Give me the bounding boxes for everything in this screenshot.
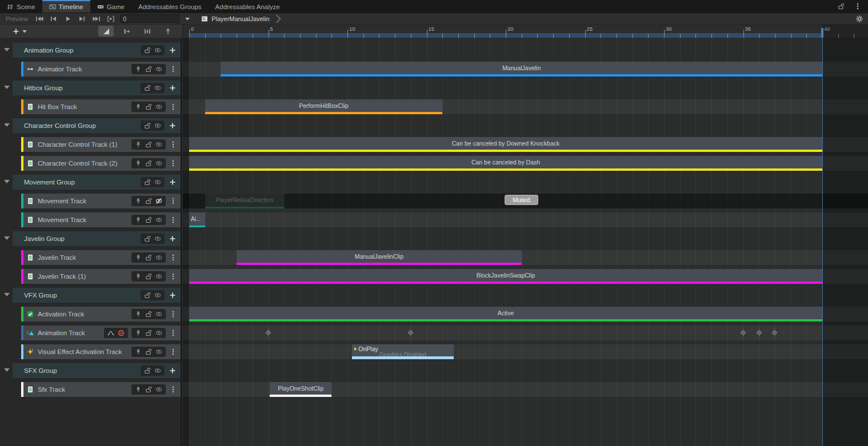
preview-toggle[interactable]: Preview	[6, 15, 28, 22]
tab-timeline[interactable]: Timeline	[42, 0, 90, 13]
unlock-icon[interactable]	[144, 122, 151, 129]
clip-can-be-canceled-by-dash[interactable]: Can be canceled by Dash	[189, 156, 822, 171]
lane-character-control-track-2[interactable]: Can be canceled by Dash	[183, 156, 868, 171]
group-row-hitbox-group[interactable]: Hitbox Group	[13, 81, 181, 95]
track-menu-button[interactable]	[170, 141, 177, 148]
unlock-icon[interactable]	[145, 103, 152, 110]
add-to-group-button[interactable]	[169, 367, 176, 374]
clip-playoneshotclip[interactable]: PlayOneShotClip	[270, 382, 331, 397]
fold-triangle-icon[interactable]	[4, 236, 10, 240]
eye-icon[interactable]	[155, 348, 162, 355]
clip-playerrekkadirection[interactable]: PlayerRekkaDirection	[205, 194, 285, 208]
pin-icon[interactable]	[135, 348, 142, 355]
step-back-button[interactable]	[46, 13, 61, 25]
keyframe-diamond[interactable]	[772, 330, 778, 336]
unlock-icon[interactable]	[145, 311, 152, 318]
unlock-icon[interactable]	[145, 66, 152, 73]
eye-icon[interactable]	[154, 85, 161, 91]
track-menu-button[interactable]	[170, 273, 177, 280]
unlock-icon[interactable]	[145, 330, 152, 336]
add-track-button[interactable]	[13, 28, 28, 35]
track-row-animator-track[interactable]: Animator Track	[21, 62, 181, 77]
add-to-group-button[interactable]	[169, 235, 176, 242]
skip-end-button[interactable]	[89, 13, 103, 25]
curves-icon[interactable]	[107, 330, 114, 336]
keyframe-diamond[interactable]	[408, 330, 414, 336]
eye-icon[interactable]	[155, 386, 162, 393]
eye-icon[interactable]	[155, 273, 162, 280]
eye-icon[interactable]	[154, 47, 161, 54]
unlock-icon[interactable]	[838, 3, 845, 10]
track-row-javelin-track-1[interactable]: Javelin Track (1)	[21, 269, 181, 284]
step-forward-button[interactable]	[75, 13, 89, 25]
eye-icon[interactable]	[155, 330, 162, 336]
marker-mode-button[interactable]	[160, 26, 175, 37]
pin-icon[interactable]	[135, 198, 142, 204]
unlock-icon[interactable]	[145, 198, 152, 204]
clip-active[interactable]: Active	[189, 307, 822, 322]
tab-addressables-groups[interactable]: Addressables Groups	[131, 0, 209, 13]
keyframe-diamond[interactable]	[266, 330, 271, 336]
eye-icon[interactable]	[155, 103, 162, 110]
clip-performhitboxclip[interactable]: PerformHitBoxClip	[205, 99, 443, 114]
play-range-button[interactable]	[103, 13, 118, 25]
clip-onplay[interactable]: OnPlayGraphics Disabled	[352, 344, 453, 359]
play-button[interactable]	[61, 13, 75, 25]
lane-animation-track[interactable]	[183, 326, 868, 340]
pin-icon[interactable]	[135, 103, 142, 110]
eye-icon[interactable]	[155, 216, 162, 223]
track-row-activation-track[interactable]: Activation Track	[21, 307, 181, 322]
unlock-icon[interactable]	[145, 348, 152, 355]
lane-animator-track[interactable]: ManualJavelin	[183, 62, 868, 77]
clip-manualjavelin[interactable]: ManualJavelin	[221, 62, 822, 77]
record-icon[interactable]	[118, 330, 125, 336]
track-menu-button[interactable]	[170, 311, 177, 318]
add-to-group-button[interactable]	[169, 292, 176, 299]
replace-mode-button[interactable]	[139, 26, 155, 37]
keyframe-diamond[interactable]	[741, 330, 746, 336]
breadcrumb[interactable]: PlayerManualJavelin	[201, 14, 281, 23]
pin-icon[interactable]	[135, 330, 142, 336]
eye-icon[interactable]	[155, 311, 162, 318]
eye-icon[interactable]	[155, 66, 162, 73]
timeline-ruler[interactable]: 0510152025303540	[183, 25, 868, 38]
eye-icon[interactable]	[155, 254, 162, 261]
unlock-icon[interactable]	[145, 160, 152, 167]
group-row-javelin-group[interactable]: Javelin Group	[13, 231, 181, 246]
mix-mode-button[interactable]	[98, 26, 114, 37]
track-menu-button[interactable]	[170, 103, 177, 110]
eye-icon[interactable]	[154, 122, 161, 129]
fold-triangle-icon[interactable]	[4, 48, 10, 51]
skip-start-button[interactable]	[32, 13, 46, 25]
track-row-movement-track[interactable]: Movement Track	[21, 194, 181, 208]
unlock-icon[interactable]	[145, 216, 152, 223]
track-row-animation-track[interactable]: Animation Track	[21, 326, 181, 340]
lane-javelin-track[interactable]: ManualJavelinClip	[183, 250, 868, 265]
add-to-group-button[interactable]	[169, 47, 176, 54]
settings-gear-icon[interactable]	[856, 15, 868, 22]
lane-character-control-track-1[interactable]: Can be canceled by Downed Knockback	[183, 137, 868, 152]
group-row-movement-group[interactable]: Movement Group	[13, 175, 181, 190]
unlock-icon[interactable]	[145, 254, 152, 261]
pin-icon[interactable]	[135, 66, 142, 73]
add-to-group-button[interactable]	[169, 85, 176, 91]
pin-icon[interactable]	[135, 216, 142, 223]
keyframe-diamond[interactable]	[756, 330, 762, 336]
pin-icon[interactable]	[135, 386, 142, 393]
track-row-javelin-track[interactable]: Javelin Track	[21, 250, 181, 265]
track-menu-button[interactable]	[170, 348, 177, 355]
eye-icon[interactable]	[154, 292, 161, 299]
lane-visual-effect-activation-track[interactable]: OnPlayGraphics Disabled	[183, 344, 868, 359]
eye-icon[interactable]	[154, 235, 161, 242]
group-row-sfx-group[interactable]: SFX Group	[13, 363, 181, 378]
clip-blockjavelinswapclip[interactable]: BlockJavelinSwapClip	[189, 269, 822, 284]
timeline-end-handle[interactable]	[821, 28, 823, 38]
track-row-movement-track[interactable]: Movement Track	[21, 212, 181, 227]
unlock-icon[interactable]	[144, 367, 151, 374]
unlock-icon[interactable]	[144, 235, 151, 242]
unlock-icon[interactable]	[144, 85, 151, 91]
lane-javelin-track-1[interactable]: BlockJavelinSwapClip	[183, 269, 868, 284]
fold-triangle-icon[interactable]	[4, 180, 10, 183]
unlock-icon[interactable]	[145, 141, 152, 148]
pin-icon[interactable]	[135, 141, 142, 148]
